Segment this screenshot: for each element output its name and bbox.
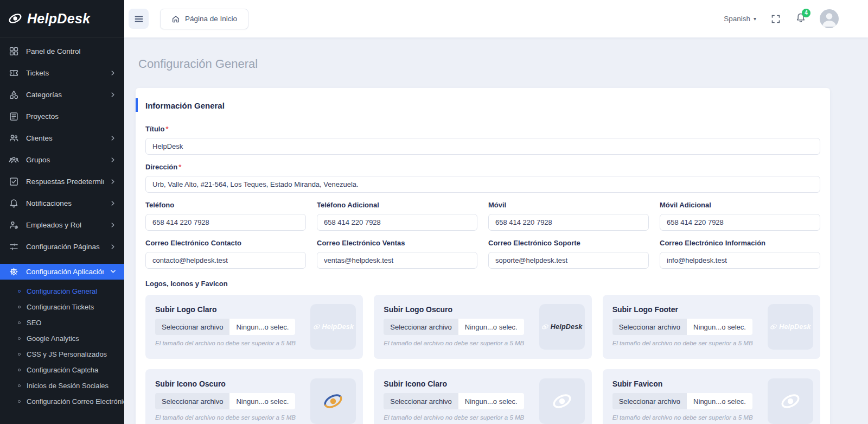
helpdesk-swirl-icon <box>770 323 777 331</box>
avatar[interactable] <box>820 9 839 28</box>
sidebar-nav: Panel de Control Tickets Categorías Proy… <box>0 37 124 409</box>
sidebar-subitem-configuracion-tickets[interactable]: Configuración Tickets <box>0 299 124 315</box>
file-input[interactable]: Seleccionar archivo Ningun...o selec. <box>155 319 295 335</box>
sidebar-item-grupos[interactable]: Grupos <box>0 149 124 170</box>
file-input[interactable]: Seleccionar archivo Ningun...o selec. <box>612 319 752 335</box>
email-soporte-input[interactable] <box>488 252 649 269</box>
field-label: Dirección* <box>145 163 820 171</box>
sidebar-subitem-label: Configuración Tickets <box>27 303 94 311</box>
field-direccion: Dirección* <box>145 163 820 193</box>
chevron-down-icon <box>111 269 116 274</box>
sidebar-item-configuracion-paginas[interactable]: Configuración Páginas <box>0 236 124 257</box>
brand-logo[interactable]: HelpDesk <box>0 0 124 37</box>
upload-card-left: Subir Icono Claro Seleccionar archivo Ni… <box>384 378 531 421</box>
file-input[interactable]: Seleccionar archivo Ningun...o selec. <box>384 393 524 409</box>
upload-card-logo-footer: Subir Logo Footer Seleccionar archivo Ni… <box>603 295 820 359</box>
field-label: Teléfono Adicional <box>317 201 477 209</box>
file-select-button[interactable]: Seleccionar archivo <box>612 319 687 335</box>
file-input[interactable]: Seleccionar archivo Ningun...o selec. <box>612 393 752 409</box>
file-selected-text: Ningun...o selec. <box>687 319 752 335</box>
dashboard-icon <box>9 46 19 56</box>
file-select-button[interactable]: Seleccionar archivo <box>612 393 687 409</box>
fullscreen-button[interactable] <box>771 14 781 24</box>
upload-card-icono-oscuro: Subir Icono Oscuro Seleccionar archivo N… <box>145 369 363 424</box>
file-selected-text: Ningun...o selec. <box>687 393 752 409</box>
email-informacion-input[interactable] <box>660 252 820 269</box>
file-selected-text: Ningun...o selec. <box>229 319 295 335</box>
sidebar-item-label: Tickets <box>26 69 104 77</box>
telefono-adicional-input[interactable] <box>317 214 477 231</box>
upload-card-left: Subir Logo Oscuro Seleccionar archivo Ni… <box>384 303 531 346</box>
required-marker: * <box>165 125 168 133</box>
file-select-button[interactable]: Seleccionar archivo <box>384 319 458 335</box>
sidebar-item-configuracion-aplicacion[interactable]: Configuración Aplicación <box>0 264 124 280</box>
sidebar-subitem-label: Google Analytics <box>27 334 79 343</box>
caret-down-icon: ▾ <box>754 16 756 22</box>
category-icon <box>9 90 19 100</box>
sidebar-item-notificaciones[interactable]: Notificaciones <box>0 192 124 214</box>
email-ventas-input[interactable] <box>317 252 477 269</box>
upload-cards-grid: Subir Logo Claro Seleccionar archivo Nin… <box>145 295 820 424</box>
upload-card-logo-oscuro: Subir Logo Oscuro Seleccionar archivo Ni… <box>374 295 591 359</box>
file-input[interactable]: Seleccionar archivo Ningun...o selec. <box>384 319 524 335</box>
sidebar-subitem-configuracion-correo-electronico[interactable]: Configuración Correo Electrónico <box>0 394 124 409</box>
sidebar-subitem-css-js-personalizados[interactable]: CSS y JS Personalizados <box>0 346 124 362</box>
sidebar-item-panel-de-control[interactable]: Panel de Control <box>0 40 124 62</box>
sidebar-item-respuestas-predeterminadas[interactable]: Respuestas Predeterminadas <box>0 170 124 192</box>
sidebar-subitem-configuracion-general[interactable]: Configuración General <box>0 283 124 299</box>
sidebar-subitem-google-analytics[interactable]: Google Analytics <box>0 331 124 346</box>
bell-icon <box>9 198 19 208</box>
sidebar-item-label: Configuración Páginas <box>26 243 104 251</box>
sidebar-item-proyectos[interactable]: Proyectos <box>0 105 124 127</box>
movil-input[interactable] <box>488 214 649 231</box>
email-contacto-input[interactable] <box>145 252 306 269</box>
home-icon <box>171 15 180 23</box>
sidebar-item-clientes[interactable]: Clientes <box>0 127 124 149</box>
chevron-right-icon <box>111 244 116 249</box>
general-settings-card: Información General Título* Dirección* <box>136 88 830 424</box>
sidebar-item-empleados-y-rol[interactable]: Empleados y Rol <box>0 214 124 236</box>
home-page-button[interactable]: Página de Inicio <box>160 9 248 29</box>
file-size-helper: El tamaño del archivo no debe ser superi… <box>612 340 760 346</box>
sidebar-item-tickets[interactable]: Tickets <box>0 62 124 84</box>
field-email-ventas: Correo Electrónico Ventas <box>317 239 477 269</box>
file-select-button[interactable]: Seleccionar archivo <box>155 319 229 335</box>
sidebar-subitem-configuracion-captcha[interactable]: Configuración Captcha <box>0 362 124 378</box>
email-fields-row: Correo Electrónico Contacto Correo Elect… <box>145 239 820 269</box>
file-select-button[interactable]: Seleccionar archivo <box>384 393 458 409</box>
menu-toggle-button[interactable] <box>129 9 149 29</box>
helpdesk-swirl-icon <box>313 323 321 331</box>
helpdesk-swirl-icon <box>541 323 549 331</box>
notifications-button[interactable]: 4 <box>795 12 806 26</box>
sidebar-subitem-inicios-sesion-sociales[interactable]: Inicios de Sesión Sociales <box>0 378 124 394</box>
upload-title: Subir Icono Claro <box>384 379 531 388</box>
upload-title: Subir Logo Footer <box>612 305 760 314</box>
section-title: Información General <box>145 101 820 110</box>
field-label: Correo Electrónico Soporte <box>488 239 649 247</box>
projects-icon <box>9 111 19 122</box>
language-selector[interactable]: Spanish ▾ <box>724 15 756 23</box>
titulo-input[interactable] <box>145 138 820 155</box>
logo-light-preview: HelpDesk <box>310 304 356 350</box>
sidebar-item-categorias[interactable]: Categorías <box>0 84 124 105</box>
telefono-input[interactable] <box>145 214 306 231</box>
required-marker: * <box>178 163 181 171</box>
icon-light-preview <box>539 378 585 424</box>
logo-dark-preview: HelpDesk <box>539 304 585 350</box>
bullet-icon <box>18 321 21 324</box>
sidebar-item-label: Respuestas Predeterminadas <box>26 178 104 186</box>
app-window: HelpDesk Panel de Control Tickets Catego… <box>0 0 868 424</box>
sidebar-subitem-seo[interactable]: SEO <box>0 315 124 331</box>
notification-count-badge: 4 <box>802 9 810 17</box>
movil-adicional-input[interactable] <box>660 214 820 231</box>
upload-card-left: Subir Logo Footer Seleccionar archivo Ni… <box>612 303 760 346</box>
file-input[interactable]: Seleccionar archivo Ningun...o selec. <box>155 393 295 409</box>
phone-fields-row: Teléfono Teléfono Adicional Móvil Móvil … <box>145 201 820 231</box>
home-page-button-label: Página de Inicio <box>185 15 237 23</box>
file-select-button[interactable]: Seleccionar archivo <box>155 393 229 409</box>
direccion-input[interactable] <box>145 176 820 193</box>
file-selected-text: Ningun...o selec. <box>229 393 295 409</box>
upload-card-favicon: Subir Favicon Seleccionar archivo Ningun… <box>603 369 820 424</box>
favicon-preview <box>768 378 813 424</box>
file-size-helper: El tamaño del archivo no debe ser superi… <box>384 414 531 421</box>
